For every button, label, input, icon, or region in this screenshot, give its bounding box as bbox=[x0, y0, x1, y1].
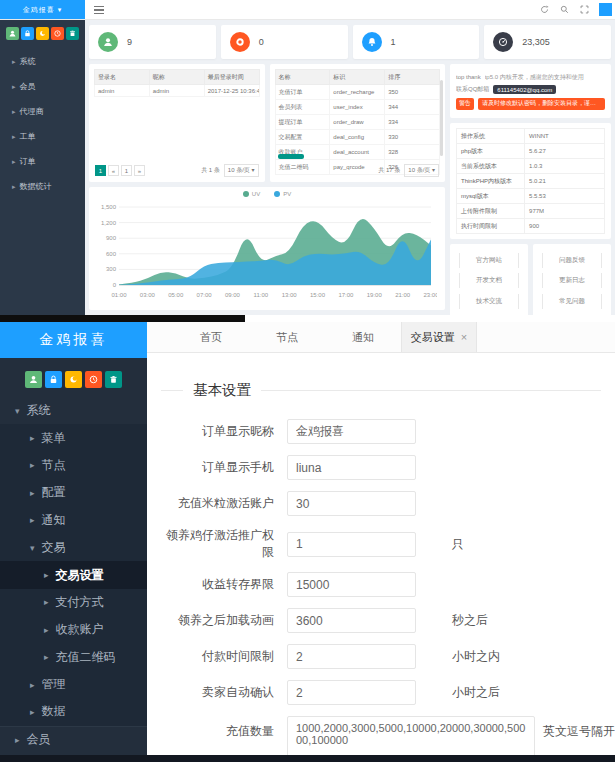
sidebar-item-config[interactable]: ▸配置 bbox=[0, 479, 147, 506]
server-info-row: 当前系统版本1.0.3 bbox=[457, 159, 605, 174]
sidebar-item-label: 通知 bbox=[42, 512, 66, 529]
input-seller-auto-confirm[interactable] bbox=[287, 680, 416, 705]
input-recharge-mili-account[interactable] bbox=[287, 491, 416, 516]
tab-deal-config[interactable]: 交易设置× bbox=[401, 322, 477, 352]
top-sidebar-item[interactable]: ▸工单 bbox=[0, 124, 85, 149]
page-button[interactable]: 1 bbox=[95, 165, 106, 176]
top-sidebar-item[interactable]: ▸会员 bbox=[0, 74, 85, 99]
top-sidebar-item[interactable]: ▸订单 bbox=[0, 149, 85, 174]
top-sidebar-item-label: 工单 bbox=[20, 132, 36, 141]
sidebar-item-pay-account[interactable]: ▸收款账户 bbox=[0, 616, 147, 643]
theme-color-square[interactable] bbox=[599, 3, 612, 16]
pager-info: 共 1 条10 条/页 ▾ bbox=[201, 164, 258, 177]
pagination: 1«1»共 1 条10 条/页 ▾ bbox=[95, 164, 259, 177]
sidebar-item-recharge-qrcode[interactable]: ▸充值二维码 bbox=[0, 644, 147, 671]
server-info-row: 操作系统WINNT bbox=[457, 129, 605, 144]
column-header[interactable]: 登录名 bbox=[95, 70, 150, 85]
sidebar-item-deal-config[interactable]: ▸交易设置 bbox=[0, 561, 147, 588]
scrollbar[interactable] bbox=[440, 80, 443, 156]
page-size-select[interactable]: 10 条/页 ▾ bbox=[224, 164, 259, 177]
quick-trash-icon[interactable] bbox=[105, 371, 122, 388]
tab-label: 通知 bbox=[352, 330, 374, 345]
sidebar-item-system[interactable]: ▾系统 bbox=[0, 397, 147, 424]
chevron-right-icon: ▸ bbox=[12, 58, 16, 65]
email-badge[interactable]: 611145402@qq.com bbox=[493, 85, 556, 94]
column-header[interactable]: 排序 bbox=[385, 70, 440, 85]
quick-link[interactable]: 问题反馈 bbox=[542, 253, 602, 268]
input-order-nickname[interactable] bbox=[287, 419, 416, 444]
svg-text:19:00: 19:00 bbox=[367, 292, 383, 298]
refresh-icon[interactable] bbox=[539, 4, 550, 15]
svg-text:13:00: 13:00 bbox=[282, 292, 298, 298]
stat-card: 23,305 bbox=[484, 25, 611, 59]
top-sidebar-item[interactable]: ▸数据统计 bbox=[0, 174, 85, 199]
quick-user-icon[interactable] bbox=[25, 371, 42, 388]
top-sidebar-item[interactable]: ▸代理商 bbox=[0, 99, 85, 124]
quick-link[interactable]: 开发文档 bbox=[459, 273, 519, 288]
server-info-row: ThinkPHP内核版本5.0.21 bbox=[457, 174, 605, 189]
admin-sidebar: 金鸡报喜 ▾系统▸菜单▸节点▸配置▸通知▾交易▸交易设置▸支付方式▸收款账户▸充… bbox=[0, 322, 147, 762]
quick-clock-icon[interactable] bbox=[85, 371, 102, 388]
field-label-seller-auto-confirm: 卖家自动确认 bbox=[155, 684, 287, 701]
sidebar-menu: ▸系统▸会员▸代理商▸工单▸订单▸数据统计 bbox=[0, 49, 85, 199]
input-order-mobile[interactable] bbox=[287, 455, 416, 480]
legend-item-uv[interactable]: UV bbox=[243, 191, 260, 197]
table-cell: 330 bbox=[385, 130, 440, 145]
bell-icon bbox=[362, 32, 382, 52]
app-logo[interactable]: 金鸡报喜 ▾ bbox=[0, 0, 85, 19]
tab-notice[interactable]: 通知 bbox=[325, 322, 401, 352]
stat-card: 1 bbox=[353, 25, 480, 59]
sidebar-item-member[interactable]: ▸会员 bbox=[0, 726, 147, 753]
column-header[interactable]: 昵称 bbox=[149, 70, 204, 85]
fullscreen-icon[interactable] bbox=[579, 4, 590, 15]
user-icon bbox=[98, 32, 118, 52]
quick-lock-icon[interactable] bbox=[21, 27, 34, 40]
sidebar-item-node[interactable]: ▸节点 bbox=[0, 452, 147, 479]
top-sidebar-item-label: 代理商 bbox=[20, 107, 44, 116]
quick-link[interactable]: 更新日志 bbox=[542, 273, 602, 288]
sidebar-item-deal[interactable]: ▾交易 bbox=[0, 534, 147, 561]
column-header[interactable]: 标识 bbox=[330, 70, 385, 85]
quick-lock-icon[interactable] bbox=[45, 371, 62, 388]
page-size-select[interactable]: 10 条/页 ▾ bbox=[404, 164, 439, 177]
legend-item-pv[interactable]: PV bbox=[274, 191, 291, 197]
table-cell: order_draw bbox=[330, 115, 385, 130]
quick-moon-icon[interactable] bbox=[65, 371, 82, 388]
quick-clock-icon[interactable] bbox=[51, 27, 64, 40]
quick-link[interactable]: 常见问题 bbox=[542, 294, 602, 309]
quick-trash-icon[interactable] bbox=[66, 27, 79, 40]
input-pay-time-limit[interactable] bbox=[287, 644, 416, 669]
tab-node[interactable]: 节点 bbox=[249, 322, 325, 352]
sidebar-item-notice[interactable]: ▸通知 bbox=[0, 507, 147, 534]
page-button[interactable]: « bbox=[108, 165, 119, 176]
quick-link[interactable]: 技术交流 bbox=[459, 294, 519, 309]
stat-value: 0 bbox=[259, 37, 264, 47]
sidebar-item-data[interactable]: ▸数据 bbox=[0, 698, 147, 725]
page-button[interactable]: 1 bbox=[121, 165, 132, 176]
sidebar-item-pay-type[interactable]: ▸支付方式 bbox=[0, 589, 147, 616]
warning-badge: 警告 bbox=[456, 98, 474, 110]
top-sidebar-item[interactable]: ▸系统 bbox=[0, 49, 85, 74]
search-icon[interactable] bbox=[559, 4, 570, 15]
menu-toggle-button[interactable] bbox=[85, 0, 113, 19]
sidebar-item-manage[interactable]: ▸管理 bbox=[0, 671, 147, 698]
pager-total: 共 17 条 bbox=[378, 166, 400, 175]
info-value: WINNT bbox=[525, 129, 605, 144]
column-header[interactable]: 名称 bbox=[275, 70, 330, 85]
column-header[interactable]: 最后登录时间 bbox=[204, 70, 259, 85]
svg-text:09:00: 09:00 bbox=[225, 292, 241, 298]
form-row: 卖家自动确认小时之后 bbox=[155, 680, 615, 705]
input-adopt-loading-anim[interactable] bbox=[287, 608, 416, 633]
quick-link[interactable]: 官方网站 bbox=[459, 253, 519, 268]
topbar-actions bbox=[539, 0, 615, 19]
page-button[interactable]: » bbox=[134, 165, 145, 176]
quick-user-icon[interactable] bbox=[6, 27, 19, 40]
quick-moon-icon[interactable] bbox=[36, 27, 49, 40]
sidebar-item-menu[interactable]: ▸菜单 bbox=[0, 424, 147, 451]
field-label-order-nickname: 订单显示昵称 bbox=[155, 423, 287, 440]
close-icon[interactable]: × bbox=[461, 332, 467, 343]
input-income-transfer-limit[interactable] bbox=[287, 572, 416, 597]
input-adopt-promote-limit[interactable] bbox=[287, 532, 416, 557]
tab-home[interactable]: 首页 bbox=[173, 322, 249, 352]
top-sidebar-item-label: 订单 bbox=[20, 157, 36, 166]
